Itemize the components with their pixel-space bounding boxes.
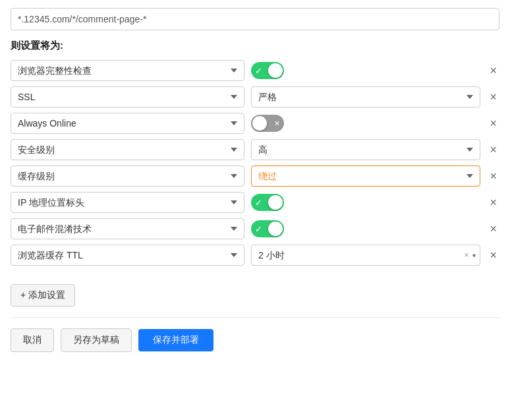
toggle-knob [268, 222, 283, 236]
section-label: 则设置将为: [11, 40, 499, 52]
setting-row-security-level: 安全级别 高 × [11, 139, 499, 160]
cancel-button[interactable]: 取消 [11, 328, 54, 352]
toggle-email-obf[interactable] [251, 220, 284, 237]
save-draft-button[interactable]: 另存为草稿 [61, 328, 132, 352]
setting-row-browser-check: 浏览器完整性检查 × [11, 60, 499, 81]
setting-select-ip-geo[interactable]: IP 地理位置标头 [11, 192, 244, 213]
setting-select-browser-ttl[interactable]: 浏览器缓存 TTL [11, 245, 244, 266]
setting-select-always-online[interactable]: Always Online [11, 113, 244, 134]
delete-button-ssl[interactable]: × [487, 91, 499, 103]
setting-select-ssl[interactable]: SSL [11, 86, 244, 107]
value-select-wrap-browser-ttl: 2 小时 × ▾ [251, 245, 480, 266]
divider [11, 317, 499, 318]
delete-button-email-obf[interactable]: × [487, 223, 499, 235]
setting-row-ssl: SSL 严格 × [11, 86, 499, 107]
save-deploy-button[interactable]: 保存并部署 [138, 329, 213, 351]
setting-row-ip-geo: IP 地理位置标头 × [11, 192, 499, 213]
delete-button-security-level[interactable]: × [487, 144, 499, 156]
setting-row-browser-ttl: 浏览器缓存 TTL 2 小时 × ▾ × [11, 245, 499, 266]
setting-select-cache-level[interactable]: 缓存级别 [11, 165, 244, 187]
value-select-ssl[interactable]: 严格 [251, 86, 480, 107]
toggle-always-online[interactable] [251, 115, 284, 132]
delete-button-browser-ttl[interactable]: × [487, 249, 499, 261]
add-setting-button[interactable]: + 添加设置 [11, 284, 75, 307]
delete-button-always-online[interactable]: × [487, 117, 499, 129]
delete-button-ip-geo[interactable]: × [487, 196, 499, 208]
value-select-security-level[interactable]: 高 [251, 139, 480, 160]
setting-row-email-obf: 电子邮件混淆技术 × [11, 218, 499, 239]
url-pattern-input[interactable] [11, 8, 499, 30]
toggle-ip-geo[interactable] [251, 194, 284, 211]
setting-select-security-level[interactable]: 安全级别 [11, 139, 244, 160]
toggle-knob [268, 195, 283, 210]
setting-select-browser-check[interactable]: 浏览器完整性检查 [11, 60, 244, 81]
toggle-knob [252, 116, 267, 131]
delete-button-browser-check[interactable]: × [487, 65, 499, 76]
setting-select-email-obf[interactable]: 电子邮件混淆技术 [11, 218, 244, 239]
clear-icon[interactable]: × [463, 251, 470, 260]
setting-row-always-online: Always Online × [11, 113, 499, 134]
value-select-cache-level[interactable]: 绕过 [251, 165, 480, 187]
delete-button-cache-level[interactable]: × [487, 170, 499, 182]
chevron-down-icon: ▾ [472, 252, 476, 259]
footer-actions: 取消 另存为草稿 保存并部署 [11, 328, 499, 352]
settings-rows: 浏览器完整性检查 × SSL 严格 × Always Online × [11, 60, 499, 266]
toggle-browser-check[interactable] [251, 62, 284, 79]
value-select-browser-ttl[interactable]: 2 小时 [258, 245, 460, 265]
toggle-knob [268, 63, 283, 78]
setting-row-cache-level: 缓存级别 绕过 × [11, 165, 499, 187]
